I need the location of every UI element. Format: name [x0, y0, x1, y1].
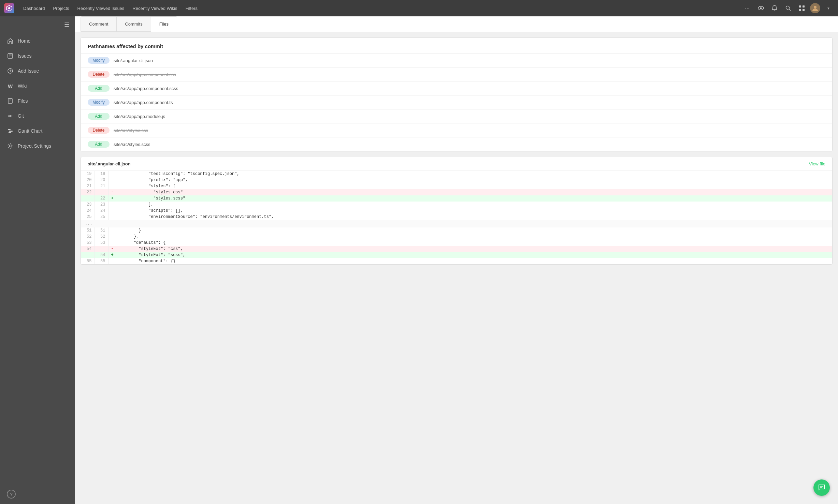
old-line-num: 53 — [81, 240, 95, 246]
diff-row: 23 23 ], — [81, 202, 832, 208]
diff-card: site/.angular-cli.json View file 19 19 "… — [81, 157, 833, 265]
nav-projects[interactable]: Projects — [50, 4, 73, 13]
svg-point-25 — [9, 145, 11, 147]
line-content: "prefix": "app", — [116, 177, 832, 183]
help-icon[interactable]: ? — [7, 490, 16, 499]
sidebar-item-gantt[interactable]: Gantt Chart — [0, 123, 75, 138]
line-sign — [108, 208, 116, 214]
line-content: "environmentSource": "environments/envir… — [116, 214, 832, 220]
diff-view-link[interactable]: View file — [809, 161, 825, 166]
line-sign — [108, 202, 116, 208]
diff-row: 52 52 }, — [81, 234, 832, 240]
new-line-num: 51 — [95, 227, 108, 234]
sidebar-item-files[interactable]: Files — [0, 93, 75, 108]
file-row-0: Modify site/.angular-cli.json — [81, 53, 832, 67]
file-row-5: Delete site/src/styles.css — [81, 123, 832, 137]
svg-rect-9 — [803, 9, 805, 11]
tab-files[interactable]: Files — [151, 16, 177, 32]
line-sign: - — [108, 189, 116, 195]
sidebar-item-wiki[interactable]: W Wiki — [0, 78, 75, 93]
bell-icon[interactable] — [769, 3, 780, 14]
svg-point-1 — [8, 7, 10, 9]
dropdown-arrow-icon[interactable]: ▼ — [823, 3, 834, 14]
diff-row: 19 19 "testTsconfig": "tsconfig.spec.jso… — [81, 171, 832, 177]
badge-add-6: Add — [88, 141, 110, 148]
line-sign: + — [108, 195, 116, 202]
old-line-num: 25 — [81, 214, 95, 220]
eye-icon[interactable] — [755, 3, 766, 14]
line-sign — [108, 258, 116, 264]
sidebar-label-gantt: Gantt Chart — [18, 128, 42, 134]
logo[interactable] — [4, 3, 14, 13]
content-inner: Comment Commits Files Pathnames affected… — [75, 16, 838, 265]
file-row-6: Add site/src/styles.scss — [81, 137, 832, 151]
file-row-3: Modify site/src/app/app.component.ts — [81, 95, 832, 109]
line-content: } — [116, 227, 832, 234]
badge-delete-1: Delete — [88, 71, 110, 78]
file-path-4: site/src/app/app.module.js — [114, 114, 165, 119]
sidebar-item-git[interactable]: GIT Git — [0, 108, 75, 123]
search-icon[interactable] — [783, 3, 794, 14]
sidebar-item-issues[interactable]: Issues — [0, 48, 75, 63]
diff-row: 20 20 "prefix": "app", — [81, 177, 832, 183]
tab-commits[interactable]: Commits — [116, 16, 151, 32]
user-avatar[interactable] — [810, 3, 820, 13]
old-line-num: 55 — [81, 258, 95, 264]
line-sign — [108, 214, 116, 220]
issues-icon — [7, 53, 14, 59]
nav-recently-viewed-issues[interactable]: Recently Viewed Issues — [74, 4, 128, 13]
new-line-num: 53 — [95, 240, 108, 246]
sidebar-item-add-issue[interactable]: Add Issue — [0, 63, 75, 78]
diff-table: 19 19 "testTsconfig": "tsconfig.spec.jso… — [81, 171, 832, 264]
line-content: "component": {} — [116, 258, 832, 264]
pathnames-card: Pathnames affected by commit Modify site… — [81, 38, 833, 151]
old-line-num: 20 — [81, 177, 95, 183]
svg-rect-8 — [799, 9, 801, 11]
line-content: }, — [116, 234, 832, 240]
sidebar-label-add-issue: Add Issue — [18, 68, 39, 74]
nav-filters[interactable]: Filters — [182, 4, 201, 13]
old-line-num: 22 — [81, 189, 95, 195]
line-sign — [108, 177, 116, 183]
settings-icon — [7, 143, 14, 149]
svg-point-10 — [814, 6, 817, 9]
sidebar-item-home[interactable]: Home — [0, 33, 75, 48]
old-line-num: 23 — [81, 202, 95, 208]
line-content: "scripts": [], — [116, 208, 832, 214]
diff-row: 54 - "styleExt": "css", — [81, 246, 832, 252]
home-icon — [7, 38, 14, 44]
git-icon: GIT — [7, 113, 14, 119]
nav-recently-viewed-wikis[interactable]: Recently Viewed Wikis — [129, 4, 180, 13]
svg-point-4 — [786, 6, 790, 10]
sidebar-label-home: Home — [18, 38, 30, 44]
diff-row: ... — [81, 220, 832, 227]
diff-row: 21 21 "styles": [ — [81, 183, 832, 189]
ellipsis-icon[interactable]: ··· — [742, 3, 753, 14]
old-line-num: 54 — [81, 246, 95, 252]
new-line-num: 19 — [95, 171, 108, 177]
new-line-num — [95, 246, 108, 252]
line-content: "testTsconfig": "tsconfig.spec.json", — [116, 171, 832, 177]
new-line-num: 55 — [95, 258, 108, 264]
nav-dashboard[interactable]: Dashboard — [20, 4, 48, 13]
diff-row: 54 + "styleExt": "scss", — [81, 252, 832, 258]
gantt-icon — [7, 128, 14, 134]
line-sign: + — [108, 252, 116, 258]
chat-button[interactable] — [813, 479, 830, 496]
file-path-2: site/src/app/app.component.scss — [114, 86, 178, 91]
old-line-num — [81, 195, 95, 202]
hamburger-icon[interactable]: ☰ — [0, 16, 75, 33]
content-area: Comment Commits Files Pathnames affected… — [75, 16, 838, 504]
line-sign — [108, 240, 116, 246]
old-line-num — [81, 252, 95, 258]
diff-row: 55 55 "component": {} — [81, 258, 832, 264]
grid-icon[interactable] — [796, 3, 807, 14]
line-content: "styleExt": "scss", — [116, 252, 832, 258]
tab-comment[interactable]: Comment — [81, 16, 117, 32]
line-content: "styleExt": "css", — [116, 246, 832, 252]
sidebar-item-settings[interactable]: Project Settings — [0, 138, 75, 153]
file-row-2: Add site/src/app/app.component.scss — [81, 81, 832, 95]
file-path-6: site/src/styles.scss — [114, 142, 150, 147]
line-content: "styles": [ — [116, 183, 832, 189]
badge-modify-3: Modify — [88, 99, 110, 106]
